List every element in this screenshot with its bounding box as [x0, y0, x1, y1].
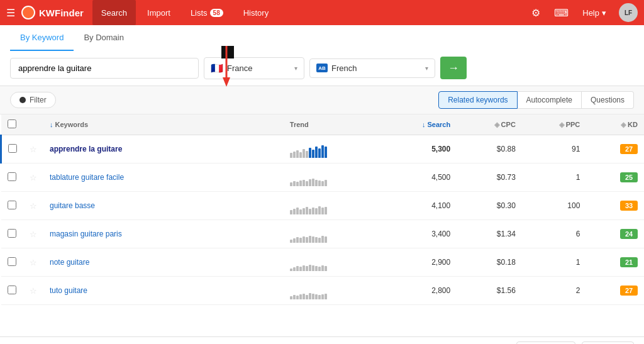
language-name: French [331, 64, 357, 73]
tab-by-keyword[interactable]: By Keyword [10, 25, 74, 51]
col-star [23, 114, 43, 135]
menu-icon[interactable]: ☰ [6, 7, 15, 19]
help-menu[interactable]: Help ▾ [575, 1, 614, 24]
cpc-cell: $1.34 [457, 220, 522, 248]
add-to-list-button[interactable]: ☆ Add to list [516, 341, 576, 345]
row-checkbox-cell [1, 192, 24, 220]
col-search[interactable]: ↓ Search [379, 114, 457, 135]
row-checkbox-cell [1, 135, 24, 164]
filter-label: Filter [30, 96, 47, 104]
table-wrapper: ↓ Keywords Trend ↓ Search ◈ CPC ◈ PPC ◈ … [0, 114, 644, 336]
col-trend[interactable]: Trend [284, 114, 379, 135]
tab-questions[interactable]: Questions [582, 91, 634, 109]
trend-cell [284, 248, 379, 277]
country-flag: 🇫🇷 [211, 62, 223, 74]
kd-cell: 21 [586, 248, 644, 277]
search-cell: 3,400 [379, 220, 457, 248]
table-row: ☆ apprendre la guitare 5,300 $0.88 91 27 [1, 135, 645, 164]
keyboard-icon[interactable]: ⌨ [550, 1, 572, 24]
nav-search[interactable]: Search [92, 0, 136, 25]
filter-button[interactable]: Filter [10, 92, 56, 108]
row-checkbox[interactable] [8, 286, 16, 294]
tab-related-keywords[interactable]: Related keywords [438, 91, 517, 109]
trend-chart [290, 253, 372, 271]
row-checkbox[interactable] [8, 201, 16, 209]
kd-info-icon: ◈ [621, 121, 626, 128]
keyword-cell[interactable]: apprendre la guitare [43, 135, 284, 164]
ppc-cell: 100 [522, 192, 586, 220]
nav-import[interactable]: Import [138, 0, 179, 25]
logo-text: KWFinder [39, 8, 84, 18]
favorite-star-icon[interactable]: ☆ [30, 145, 37, 154]
favorite-star-icon[interactable]: ☆ [30, 173, 37, 182]
ppc-info-icon: ◈ [559, 121, 564, 128]
table-container: ↓ Keywords Trend ↓ Search ◈ CPC ◈ PPC ◈ … [0, 114, 644, 336]
row-star-cell: ☆ [23, 135, 43, 164]
col-checkbox [1, 114, 24, 135]
kd-badge: 33 [620, 201, 638, 211]
keyword-cell[interactable]: magasin guitare paris [43, 220, 284, 248]
export-button[interactable]: ↓ Export ▾ [582, 341, 634, 345]
cpc-cell: $1.56 [457, 277, 522, 305]
language-select[interactable]: AB French ▾ [309, 58, 435, 78]
col-keywords[interactable]: ↓ Keywords [43, 114, 284, 135]
search-tabs: By Keyword By Domain [10, 25, 634, 50]
logo: KWFinder [21, 6, 84, 19]
keyword-cell[interactable]: tuto guitare [43, 277, 284, 305]
language-chevron-icon: ▾ [425, 65, 428, 72]
select-all-checkbox[interactable] [8, 119, 16, 128]
favorite-star-icon[interactable]: ☆ [30, 201, 37, 211]
kd-badge: 21 [620, 257, 638, 267]
ppc-cell: 1 [522, 164, 586, 192]
country-name: France [227, 64, 252, 73]
ppc-cell: 2 [522, 277, 586, 305]
tab-by-domain[interactable]: By Domain [74, 25, 134, 51]
col-kd[interactable]: ◈ KD [586, 114, 644, 135]
table-row: ☆ tablature guitare facile 4,500 $0.73 1… [1, 164, 645, 192]
row-checkbox[interactable] [8, 144, 17, 153]
keyword-cell[interactable]: note guitare [43, 248, 284, 277]
search-cell: 4,500 [379, 164, 457, 192]
country-chevron-icon: ▾ [294, 65, 297, 72]
nav-history[interactable]: History [235, 0, 277, 25]
row-checkbox[interactable] [8, 229, 16, 238]
row-checkbox-cell [1, 220, 24, 248]
row-checkbox[interactable] [8, 257, 16, 266]
trend-chart [290, 169, 372, 186]
keyword-cell[interactable]: tablature guitare facile [43, 164, 284, 192]
cpc-cell: $0.88 [457, 135, 522, 164]
table-row: ☆ magasin guitare paris 3,400 $1.34 6 24 [1, 220, 645, 248]
trend-cell [284, 135, 379, 164]
country-select[interactable]: 🇫🇷 France ▾ [204, 57, 304, 79]
topnav: ☰ KWFinder Search Import Lists 58 Histor… [0, 0, 644, 25]
keywords-sort-icon: ↓ [50, 121, 53, 128]
favorite-star-icon[interactable]: ☆ [30, 286, 37, 296]
table-row: ☆ note guitare 2,900 $0.18 1 21 [1, 248, 645, 277]
ppc-cell: 1 [522, 248, 586, 277]
trend-cell [284, 164, 379, 192]
cpc-cell: $0.30 [457, 192, 522, 220]
bottom-actions: ☆ Add to list ↓ Export ▾ [516, 341, 634, 345]
row-checkbox-cell [1, 164, 24, 192]
search-cell: 4,100 [379, 192, 457, 220]
row-checkbox[interactable] [8, 172, 16, 181]
keyword-cell[interactable]: guitare basse [43, 192, 284, 220]
search-cell: 2,900 [379, 248, 457, 277]
cpc-cell: $0.18 [457, 248, 522, 277]
col-ppc[interactable]: ◈ PPC [522, 114, 586, 135]
search-button[interactable]: → [440, 57, 467, 79]
trend-cell [284, 192, 379, 220]
settings-icon[interactable]: ⚙ [525, 1, 547, 24]
avatar[interactable]: LF [619, 3, 638, 22]
nav-lists[interactable]: Lists 58 [182, 0, 232, 25]
favorite-star-icon[interactable]: ☆ [30, 258, 37, 267]
favorite-star-icon[interactable]: ☆ [30, 230, 37, 239]
tab-autocomplete[interactable]: Autocomplete [518, 91, 582, 109]
keyword-input[interactable] [10, 58, 199, 79]
lists-badge: 58 [210, 9, 223, 17]
search-cell: 2,800 [379, 277, 457, 305]
cpc-cell: $0.73 [457, 164, 522, 192]
row-star-cell: ☆ [23, 220, 43, 248]
col-cpc[interactable]: ◈ CPC [457, 114, 522, 135]
search-cell: 5,300 [379, 135, 457, 164]
